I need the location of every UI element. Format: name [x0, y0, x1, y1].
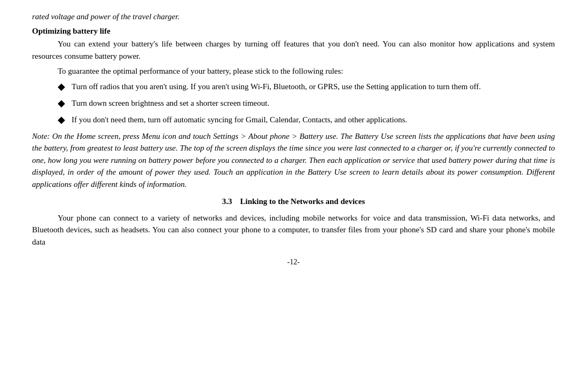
bullet-text-2: Turn down screen brightness and set a sh… — [72, 97, 555, 109]
section-title: Linking to the Networks and devices — [240, 197, 365, 206]
para2: To guarantee the optimal performance of … — [32, 65, 555, 77]
bullet-item-1: ◆ Turn off radios that you aren't using.… — [32, 81, 555, 94]
bullet-item-2: ◆ Turn down screen brightness and set a … — [32, 97, 555, 111]
bullet-text-3: If you don't need them, turn off automat… — [72, 114, 555, 126]
optimizing-battery-heading: Optimizing battery life — [32, 25, 555, 37]
page-number: -12- — [32, 256, 555, 268]
bullet-diamond-icon-3: ◆ — [58, 113, 67, 127]
section-heading: 3.3 Linking to the Networks and devices — [32, 195, 555, 208]
bullet-item-3: ◆ If you don't need them, turn off autom… — [32, 114, 555, 127]
para1: You can extend your battery's life betwe… — [32, 38, 555, 62]
bullet-diamond-icon-1: ◆ — [58, 80, 67, 94]
note-block: Note: On the Home screen, press Menu ico… — [32, 130, 555, 191]
bullet-list: ◆ Turn off radios that you aren't using.… — [32, 81, 555, 127]
intro-italic-line: rated voltage and power of the travel ch… — [32, 11, 555, 23]
section-para: Your phone can connect to a variety of n… — [32, 212, 555, 248]
section-number: 3.3 — [222, 197, 232, 206]
bullet-diamond-icon-2: ◆ — [58, 96, 67, 111]
bullet-text-1: Turn off radios that you aren't using. I… — [72, 81, 555, 93]
